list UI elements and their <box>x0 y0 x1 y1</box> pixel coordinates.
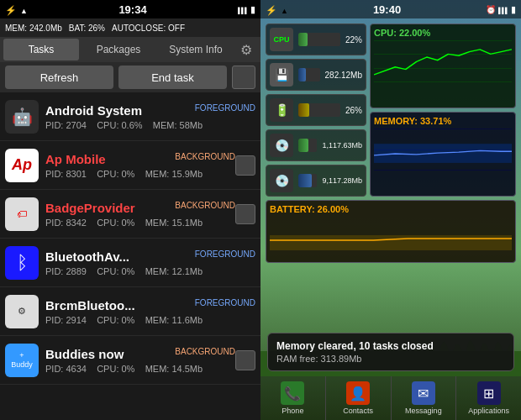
task-item[interactable]: 🏷 BadgeProvider BACKGROUND PID: 8342 CPU… <box>0 190 260 239</box>
task-checkbox[interactable] <box>235 155 255 176</box>
mem-bar-container <box>298 68 320 81</box>
action-bar: Refresh End task <box>0 62 260 92</box>
task-info-buddy: Buddies now BACKGROUND PID: 4634 CPU: 0%… <box>45 347 235 374</box>
task-icon-badge: 🏷 <box>5 197 39 231</box>
right-panel: 19:40 CPU 22% 💾 <box>260 0 521 420</box>
bat-chart-title: BATTERY: 26.00% <box>270 204 512 214</box>
task-item[interactable]: 🤖 Android System FOREGROUND PID: 2704 CP… <box>0 92 260 141</box>
task-details: PID: 8301 CPU: 0% MEM: 15.9Mb <box>45 169 235 179</box>
task-item[interactable]: ᛒ BluetoothAv... FOREGROUND PID: 2889 CP… <box>0 239 260 287</box>
tab-packages[interactable]: Packages <box>81 39 156 60</box>
battery-icon-right <box>511 4 516 15</box>
storage2-value: 9,117.28Mb <box>322 176 362 185</box>
messaging-label: Messaging <box>405 407 442 415</box>
widget-row-top: CPU 22% 💾 282.12Mb 🔋 <box>266 24 516 197</box>
right-status-icons <box>486 4 516 15</box>
task-details: PID: 4634 CPU: 0% MEM: 14.5Mb <box>45 364 235 374</box>
select-all-checkbox[interactable] <box>232 66 255 89</box>
mem-chart-title: MEMORY: 33.71% <box>374 116 512 126</box>
bat-chart-area <box>270 217 512 255</box>
left-status-icons-right <box>266 2 288 17</box>
bat-bar <box>298 103 309 117</box>
task-checkbox[interactable] <box>235 204 255 224</box>
wifi-icon-right <box>281 2 288 17</box>
autoclose-info: AUTOCLOSE: OFF <box>112 24 185 33</box>
contacts-label: Contacts <box>343 407 373 415</box>
mini-widget-storage1: 💿 1,117.63Mb <box>266 129 366 161</box>
battery-chart-widget: BATTERY: 26.00% <box>266 200 516 263</box>
info-bar: MEM: 242.0Mb BAT: 26% AUTOCLOSE: OFF <box>0 18 260 37</box>
task-status: FOREGROUND <box>195 298 255 307</box>
left-status-icons <box>5 2 28 17</box>
mem-chart-area <box>374 129 512 171</box>
task-name: BluetoothAv... <box>45 249 129 264</box>
messaging-button[interactable]: ✉ Messaging <box>392 376 457 420</box>
storage2-bar <box>298 174 312 187</box>
cpu-mini-icon: CPU <box>270 28 293 51</box>
storage2-bar-container <box>298 174 317 187</box>
storage2-mini-icon: 💿 <box>270 169 293 192</box>
end-task-button[interactable]: End task <box>118 66 227 89</box>
task-details: PID: 2889 CPU: 0% MEM: 12.1Mb <box>45 266 255 276</box>
task-name: Android System <box>45 103 142 118</box>
task-status: BACKGROUND <box>175 152 235 161</box>
bottom-bar: 📞 Phone 👤 Contacts ✉ Messaging ⊞ Applica… <box>260 376 521 420</box>
bat-bar-container <box>298 103 340 117</box>
cpu-bar <box>298 33 308 46</box>
task-icon-buddy: +Buddy <box>5 344 39 377</box>
storage1-mini-icon: 💿 <box>270 134 293 157</box>
task-details: PID: 2704 CPU: 0.6% MEM: 58Mb <box>45 120 255 130</box>
phone-button[interactable]: 📞 Phone <box>260 376 326 420</box>
task-status: FOREGROUND <box>195 103 255 113</box>
cpu-chart-title: CPU: 22.00% <box>374 28 512 38</box>
toast-body: RAM free: 313.89Mb <box>276 354 505 364</box>
mem-bar <box>298 68 306 81</box>
phone-label: Phone <box>282 407 303 415</box>
refresh-button[interactable]: Refresh <box>5 66 113 89</box>
task-item[interactable]: Ap Ap Mobile BACKGROUND PID: 8301 CPU: 0… <box>0 141 260 190</box>
task-list: 🤖 Android System FOREGROUND PID: 2704 CP… <box>0 92 260 420</box>
tab-tasks[interactable]: Tasks <box>3 39 79 60</box>
bat-chart-svg <box>270 217 512 255</box>
task-checkbox[interactable] <box>235 350 255 370</box>
cpu-chart-widget: CPU: 22.00% <box>370 24 516 108</box>
time-left: 19:34 <box>118 3 146 16</box>
battery-chart-row: BATTERY: 26.00% <box>266 200 516 267</box>
task-name: BrcmBluetoo... <box>45 298 135 312</box>
settings-gear-icon[interactable]: ⚙ <box>235 39 257 60</box>
tab-sysinfo[interactable]: System Info <box>158 39 234 60</box>
task-icon-bluetooth: ᛒ <box>5 246 39 280</box>
task-info-android: Android System FOREGROUND PID: 2704 CPU:… <box>45 103 255 130</box>
task-info-ap: Ap Mobile BACKGROUND PID: 8301 CPU: 0% M… <box>45 152 235 179</box>
task-icon-ap: Ap <box>5 149 39 182</box>
task-item[interactable]: ⚙ BrcmBluetoo... FOREGROUND PID: 2914 CP… <box>0 287 260 336</box>
applications-button[interactable]: ⊞ Applications <box>456 376 521 420</box>
task-details: PID: 2914 CPU: 0% MEM: 11.6Mb <box>45 315 255 325</box>
mem-chart-widget: MEMORY: 33.71% <box>370 112 516 197</box>
mini-widget-column: CPU 22% 💾 282.12Mb 🔋 <box>266 24 366 197</box>
task-details: PID: 8342 CPU: 0% MEM: 15.1Mb <box>45 218 235 228</box>
signal-icon <box>238 5 248 14</box>
task-status: FOREGROUND <box>195 249 255 259</box>
mini-widget-bat: 🔋 26% <box>266 94 366 126</box>
mem-chart-svg <box>374 129 512 171</box>
tab-bar: Tasks Packages System Info ⚙ <box>0 37 260 62</box>
task-name: Ap Mobile <box>45 152 106 166</box>
usb-icon-right <box>266 2 277 17</box>
task-info-brcm: BrcmBluetoo... FOREGROUND PID: 2914 CPU:… <box>45 298 255 325</box>
task-item[interactable]: +Buddy Buddies now BACKGROUND PID: 4634 … <box>0 336 260 385</box>
phone-icon: 📞 <box>281 381 304 405</box>
storage1-bar <box>298 139 308 152</box>
right-status-icons-left <box>238 4 255 15</box>
svg-rect-1 <box>270 235 512 250</box>
task-status: BACKGROUND <box>175 347 235 356</box>
usb-icon <box>5 2 17 17</box>
battery-icon-left <box>250 4 255 15</box>
task-icon-android: 🤖 <box>5 100 39 134</box>
cpu-chart-area <box>374 40 512 82</box>
contacts-button[interactable]: 👤 Contacts <box>326 376 392 420</box>
task-info-bluetooth: BluetoothAv... FOREGROUND PID: 2889 CPU:… <box>45 249 255 276</box>
task-name: Buddies now <box>45 347 124 361</box>
left-panel: 19:34 MEM: 242.0Mb BAT: 26% AUTOCLOSE: O… <box>0 0 260 420</box>
task-name: BadgeProvider <box>45 201 135 215</box>
